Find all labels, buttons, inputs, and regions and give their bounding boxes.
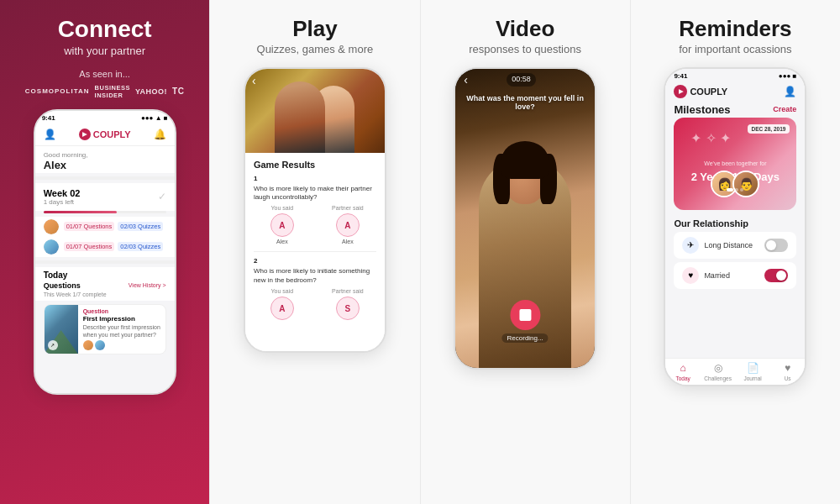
p4-dot-1 (727, 188, 733, 192)
p2-person1 (275, 81, 325, 153)
p4-nav-challenges[interactable]: ◎ Challenges (701, 362, 736, 381)
p4-nav-us[interactable]: ♥ Us (770, 362, 806, 381)
p1-week-title: Week 02 (44, 188, 81, 198)
p2-q1-you-bubble: A (270, 213, 294, 237)
p4-screen: 9:41 ●●● ■ ▶ COUPLY 👤 Milestones Create … (665, 69, 805, 385)
p2-q1-num: 1 (254, 175, 376, 182)
p4-nav-today-label: Today (675, 375, 690, 381)
p1-view-history[interactable]: View History > (129, 282, 166, 288)
p1-screen: 9:41 ●●● ▲ ■ 👤 ▶ COUPLY 🔔 Good morning, (35, 111, 175, 393)
p3-recording-text: Recording... (502, 333, 549, 343)
p2-q2-you-col: You said A (254, 288, 311, 322)
p2-q1-you-col: You said A Alex (254, 205, 311, 244)
p1-user-row-1: 01/07 Questions 02/03 Quizzes (35, 217, 175, 237)
p4-married-knob (776, 270, 786, 281)
p2-q1-partner-col: Partner said A Alex (319, 205, 376, 244)
p2-content: Game Results 1 Who is more likely to mak… (245, 153, 385, 336)
p1-question-image: ↗ (45, 305, 78, 354)
p4-user-icon[interactable]: 👤 (784, 86, 796, 97)
p2-q2-partner-col: Partner said S (319, 288, 376, 322)
p4-married-row: ♥ Married (674, 262, 796, 289)
p4-milestones-header: Milestones Create (665, 102, 805, 118)
p2-q1-text: Who is more likely to make their partner… (254, 185, 376, 202)
p1-avatar-img-2 (44, 239, 59, 255)
p4-nav-today[interactable]: ⌂ Today (665, 362, 701, 381)
p1-week-header: Week 02 1 days left ✓ (35, 183, 175, 211)
p1-share-icon[interactable]: ↗ (48, 340, 58, 350)
p4-married-label: Married (704, 271, 730, 280)
p2-photo: ‹ (245, 69, 385, 153)
as-seen-label: As seen in... (79, 69, 130, 79)
p1-question-card[interactable]: ↗ Question First Impression Describe you… (44, 304, 166, 354)
p1-questions-header: Questions View History > (44, 281, 166, 290)
p2-q2-answers: You said A Partner said S (254, 288, 376, 322)
p1-today-section: Today Questions View History > This Week… (35, 267, 175, 301)
p4-nav-journal[interactable]: 📄 Journal (735, 362, 770, 381)
brand-logos-container: COSMOPOLITAN BUSINESSINSIDER yahoo! TC (25, 84, 185, 99)
p3-question-text: What was the moment you fell in love? (455, 94, 595, 111)
p1-stats-1: 01/07 Questions 02/03 Quizzes (64, 222, 164, 231)
p1-stat-questions-2: 01/07 Questions (64, 242, 115, 251)
p1-today-header: Today (44, 270, 166, 280)
p1-greeting-small: Good morning, (44, 151, 166, 159)
p2-q2-text: Who is more likely to initiate something… (254, 267, 376, 285)
p1-stat-quizzes-2: 02/03 Quizzes (118, 242, 163, 251)
p1-q-avatar-2 (95, 340, 105, 350)
p2-q1-partner-label: Partner said (319, 205, 376, 211)
p1-stat-quizzes-1: 02/03 Quizzes (118, 222, 163, 231)
panel2-header: Play Quizzes, games & more (257, 17, 374, 55)
p4-dot-indicator (727, 188, 743, 192)
p4-nav-us-label: Us (785, 375, 791, 381)
panel-reminders: Reminders for important ocassions 9:41 ●… (631, 0, 840, 504)
p3-timer: 00:58 (507, 73, 536, 87)
panel4-subtitle: for important ocassions (679, 43, 791, 55)
p4-dot-3 (740, 188, 743, 192)
p1-progress-fill (44, 211, 118, 213)
main-container: Connect with your partner As seen in... … (0, 0, 840, 504)
p1-avatar-2 (44, 239, 59, 255)
p4-home-icon: ⌂ (680, 362, 686, 374)
panel4-title: Reminders (679, 17, 791, 41)
p2-q1-answers: You said A Alex Partner said A Alex (254, 205, 376, 244)
p1-questions-label: Questions (44, 281, 81, 290)
p4-date-badge: DEC 28, 2019 (748, 124, 790, 134)
p1-greeting-name: Alex (44, 159, 166, 171)
p4-create-button[interactable]: Create (773, 105, 796, 113)
p4-nav-journal-label: Journal (743, 375, 761, 381)
p1-user-icon: 👤 (44, 129, 56, 140)
p4-couple-avatars: 👩 👨 (711, 171, 759, 197)
p4-status-icons: ●●● ■ (779, 72, 797, 80)
panel2-title: Play (257, 17, 374, 41)
p1-user-row-2: 01/07 Questions 02/03 Quizzes (35, 237, 175, 257)
panel1-subtitle: with your partner (58, 45, 152, 57)
p1-notification-icon[interactable]: 🔔 (154, 129, 166, 140)
p2-q1-you-label: You said (254, 205, 311, 211)
p4-long-distance-left: ✈ Long Distance (682, 237, 753, 254)
brand-business-insider: BUSINESSINSIDER (95, 84, 130, 99)
p4-statusbar: 9:41 ●●● ■ (665, 69, 805, 81)
p1-logo-text: COUPLY (93, 129, 131, 139)
p3-spacer (575, 73, 586, 87)
p1-navbar: 👤 ▶ COUPLY 🔔 (35, 123, 175, 146)
p4-plane-icon: ✈ (682, 237, 699, 254)
p3-woman-hair (501, 141, 549, 179)
p4-married-toggle[interactable] (764, 269, 788, 282)
panel1-header: Connect with your partner (58, 17, 152, 57)
panel-connect: Connect with your partner As seen in... … (0, 0, 210, 504)
p3-back-button[interactable]: ‹ (464, 73, 468, 87)
p2-q2-you-label: You said (254, 288, 311, 294)
brand-cosmopolitan: COSMOPOLITAN (25, 87, 90, 95)
p4-milestones-label: Milestones (674, 103, 730, 116)
p1-divider2 (35, 260, 175, 264)
panel-play: Play Quizzes, games & more ‹ Game Result… (210, 0, 420, 504)
phone-reminders: 9:41 ●●● ■ ▶ COUPLY 👤 Milestones Create … (664, 67, 806, 386)
p1-time: 9:41 (42, 114, 55, 122)
p1-question-content: Question First Impression Describe your … (83, 305, 165, 354)
p3-stop-button[interactable] (510, 300, 540, 330)
p2-q2-num: 2 (254, 257, 376, 265)
panel3-title: Video (469, 17, 581, 41)
p4-long-distance-toggle[interactable] (764, 239, 788, 252)
p1-question-label: Question (83, 308, 162, 314)
p1-statusbar: 9:41 ●●● ▲ ■ (35, 111, 175, 123)
p3-screen: ‹ 00:58 What was the moment you fell in … (455, 69, 595, 368)
